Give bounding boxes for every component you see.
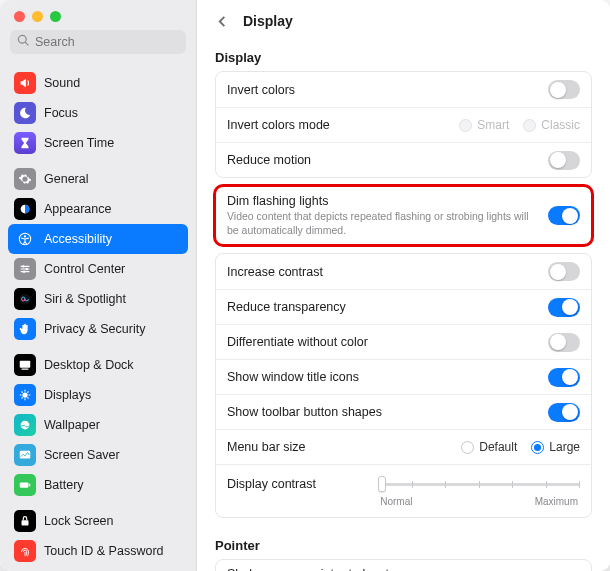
sidebar-item-touchid-password[interactable]: Touch ID & Password: [8, 536, 188, 566]
toggle-invert-colors[interactable]: [548, 80, 580, 99]
close-window-button[interactable]: [14, 11, 25, 22]
dock-icon: [14, 354, 36, 376]
sidebar-item-label: Wallpaper: [44, 418, 100, 432]
label-increase-contrast: Increase contrast: [227, 265, 538, 279]
search-field[interactable]: [10, 30, 186, 54]
gear-icon: [14, 168, 36, 190]
sidebar-item-privacy-security[interactable]: Privacy & Security: [8, 314, 188, 344]
row-reduce-transparency: Reduce transparency: [216, 289, 591, 324]
back-button[interactable]: [211, 10, 233, 32]
panel-display-top: Invert colors Invert colors mode Smart C…: [215, 71, 592, 178]
label-invert-colors-mode: Invert colors mode: [227, 118, 449, 132]
sidebar-item-sound[interactable]: Sound: [8, 68, 188, 98]
sidebar-item-label: Desktop & Dock: [44, 358, 134, 372]
label-display-contrast: Display contrast: [227, 475, 368, 491]
content-scroll[interactable]: Display Invert colors Invert colors mode…: [197, 38, 610, 571]
row-toolbar-button-shapes: Show toolbar button shapes: [216, 394, 591, 429]
wallpaper-icon: [14, 414, 36, 436]
sidebar-item-lock-screen[interactable]: Lock Screen: [8, 506, 188, 536]
sidebar-item-label: Screen Saver: [44, 448, 120, 462]
radio-label-smart: Smart: [477, 118, 509, 132]
sidebar-item-label: Lock Screen: [44, 514, 113, 528]
toggle-reduce-motion[interactable]: [548, 151, 580, 170]
svg-rect-12: [20, 482, 29, 487]
sidebar-item-screen-saver[interactable]: Screen Saver: [8, 440, 188, 470]
sidebar-item-label: Privacy & Security: [44, 322, 145, 336]
search-icon: [17, 34, 30, 50]
svg-point-9: [22, 392, 27, 397]
label-diff-without-color: Differentiate without color: [227, 335, 538, 349]
sidebar-item-displays[interactable]: Displays: [8, 380, 188, 410]
toggle-increase-contrast[interactable]: [548, 262, 580, 281]
slider-display-contrast[interactable]: [378, 475, 580, 493]
sidebar-item-label: Battery: [44, 478, 84, 492]
sidebar-item-general[interactable]: General: [8, 164, 188, 194]
toggle-window-title-icons[interactable]: [548, 368, 580, 387]
section-heading-display: Display: [215, 50, 592, 65]
row-increase-contrast: Increase contrast: [216, 254, 591, 289]
sidebar-item-label: Focus: [44, 106, 78, 120]
row-invert-colors-mode: Invert colors mode Smart Classic: [216, 107, 591, 142]
svg-rect-14: [22, 520, 29, 525]
label-menu-bar-size: Menu bar size: [227, 440, 451, 454]
label-shake-pointer: Shake mouse pointer to locate: [227, 567, 538, 571]
svg-rect-7: [20, 361, 31, 368]
sidebar-item-accessibility[interactable]: Accessibility: [8, 224, 188, 254]
sidebar-item-screen-time[interactable]: Screen Time: [8, 128, 188, 158]
svg-point-10: [21, 421, 30, 430]
sidebar-item-desktop-dock[interactable]: Desktop & Dock: [8, 350, 188, 380]
radio-menu-bar-size[interactable]: Default Large: [461, 440, 580, 454]
sidebar-item-label: Screen Time: [44, 136, 114, 150]
sidebar-item-control-center[interactable]: Control Center: [8, 254, 188, 284]
hourglass-icon: [14, 132, 36, 154]
sidebar-item-appearance[interactable]: Appearance: [8, 194, 188, 224]
panel-pointer: Shake mouse pointer to locate Quickly mo…: [215, 559, 592, 571]
radio-menu-default[interactable]: Default: [461, 440, 517, 454]
label-toolbar-button-shapes: Show toolbar button shapes: [227, 405, 538, 419]
sidebar-item-battery[interactable]: Battery: [8, 470, 188, 500]
section-heading-pointer: Pointer: [215, 538, 592, 553]
row-diff-without-color: Differentiate without color: [216, 324, 591, 359]
label-invert-colors: Invert colors: [227, 83, 538, 97]
panel-display-bottom: Increase contrast Reduce transparency Di…: [215, 253, 592, 518]
slider-label-normal: Normal: [380, 496, 412, 507]
toggle-toolbar-button-shapes[interactable]: [548, 403, 580, 422]
row-window-title-icons: Show window title icons: [216, 359, 591, 394]
sidebar-item-label: Sound: [44, 76, 80, 90]
sidebar-item-label: Accessibility: [44, 232, 112, 246]
svg-rect-8: [22, 369, 29, 370]
toggle-reduce-transparency[interactable]: [548, 298, 580, 317]
radio-label-classic: Classic: [541, 118, 580, 132]
svg-point-3: [22, 265, 24, 267]
search-input[interactable]: [35, 35, 179, 49]
sidebar-item-label: Appearance: [44, 202, 111, 216]
speaker-icon: [14, 72, 36, 94]
sidebar: SoundFocusScreen TimeGeneralAppearanceAc…: [0, 0, 197, 571]
zoom-window-button[interactable]: [50, 11, 61, 22]
sidebar-item-label: Touch ID & Password: [44, 544, 164, 558]
minimize-window-button[interactable]: [32, 11, 43, 22]
row-reduce-motion: Reduce motion: [216, 142, 591, 177]
label-reduce-transparency: Reduce transparency: [227, 300, 538, 314]
appearance-icon: [14, 198, 36, 220]
radio-invert-mode: Smart Classic: [459, 118, 580, 132]
label-dim-flashing: Dim flashing lights: [227, 194, 538, 208]
svg-point-2: [24, 235, 26, 237]
settings-window: SoundFocusScreen TimeGeneralAppearanceAc…: [0, 0, 610, 571]
lock-icon: [14, 510, 36, 532]
sidebar-list[interactable]: SoundFocusScreen TimeGeneralAppearanceAc…: [0, 62, 196, 571]
fingerprint-icon: [14, 540, 36, 562]
radio-menu-large[interactable]: Large: [531, 440, 580, 454]
svg-point-5: [23, 270, 25, 272]
sidebar-item-label: Siri & Spotlight: [44, 292, 126, 306]
sidebar-item-siri-spotlight[interactable]: Siri & Spotlight: [8, 284, 188, 314]
sidebar-item-wallpaper[interactable]: Wallpaper: [8, 410, 188, 440]
page-title: Display: [243, 13, 293, 29]
toggle-dim-flashing[interactable]: [548, 206, 580, 225]
sidebar-item-focus[interactable]: Focus: [8, 98, 188, 128]
svg-point-4: [26, 268, 28, 270]
sliders-icon: [14, 258, 36, 280]
window-controls: [0, 0, 196, 30]
sidebar-item-label: Control Center: [44, 262, 125, 276]
toggle-diff-without-color[interactable]: [548, 333, 580, 352]
